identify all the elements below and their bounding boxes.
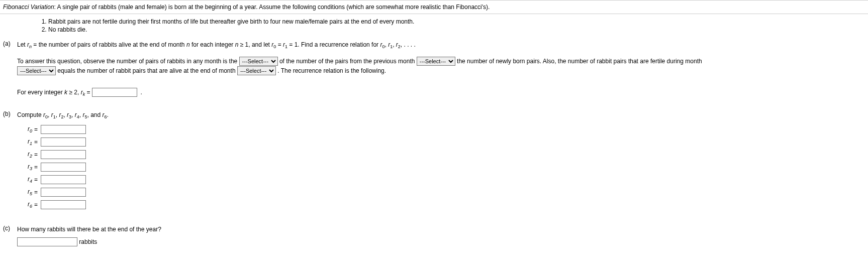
part-a-line1: Let rn = the number of pairs of rabbits … [17, 40, 865, 51]
problem-title-rest: : A single pair of rabbits (male and fem… [54, 4, 490, 11]
rk-input[interactable] [92, 88, 137, 97]
c-unit: rabbits [79, 238, 97, 245]
r0-input[interactable] [41, 125, 86, 134]
part-c: (c) How many rabbits will there be at th… [3, 225, 865, 246]
c-input[interactable] [17, 237, 77, 246]
part-a-line2: To answer this question, observe the num… [17, 57, 865, 66]
part-b-label: (b) [3, 110, 17, 117]
r3-row: r3 = [17, 163, 865, 172]
r3-input[interactable] [41, 163, 86, 172]
select-4[interactable]: ---Select--- [237, 66, 276, 75]
r2-row: r2 = [17, 150, 865, 159]
var-n: n [186, 41, 190, 48]
select-3[interactable]: ---Select--- [17, 66, 56, 75]
select-1[interactable]: ---Select--- [239, 57, 278, 66]
part-c-label: (c) [3, 225, 17, 232]
part-a-line3: ---Select--- equals the number of rabbit… [17, 66, 865, 76]
part-a: (a) Let rn = the number of pairs of rabb… [3, 40, 865, 98]
r1-input[interactable] [41, 137, 86, 147]
problem-title: Fibonacci Variation [3, 4, 54, 11]
part-b: (b) Compute r0, r1, r2, r3, r4, r5, and … [3, 110, 865, 213]
part-a-recurrence: For every integer k ≥ 2, rk = . [17, 88, 865, 98]
conditions-list: Rabbit pairs are not fertile during thei… [3, 18, 865, 33]
condition-item: Rabbit pairs are not fertile during thei… [48, 18, 865, 25]
r5-input[interactable] [41, 188, 86, 197]
r6-row: r6 = [17, 200, 865, 209]
select-2[interactable]: ---Select--- [417, 57, 455, 66]
r6-input[interactable] [41, 200, 86, 209]
condition-item: No rabbits die. [48, 26, 865, 33]
r4-input[interactable] [41, 175, 86, 184]
r5-row: r5 = [17, 188, 865, 197]
part-b-prompt: Compute r0, r1, r2, r3, r4, r5, and r6. [17, 110, 865, 121]
r0-row: r0 = [17, 125, 865, 134]
part-c-prompt: How many rabbits will there be at the en… [17, 225, 865, 234]
r4-row: r4 = [17, 175, 865, 184]
part-a-label: (a) [3, 40, 17, 47]
r2-input[interactable] [41, 150, 86, 159]
r1-row: r1 = [17, 137, 865, 147]
